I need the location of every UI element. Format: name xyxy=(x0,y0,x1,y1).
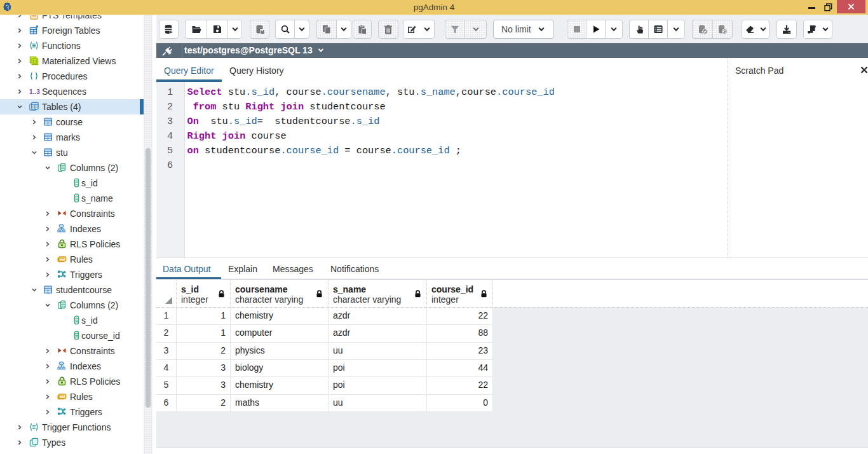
svg-text:1..3: 1..3 xyxy=(29,88,40,95)
